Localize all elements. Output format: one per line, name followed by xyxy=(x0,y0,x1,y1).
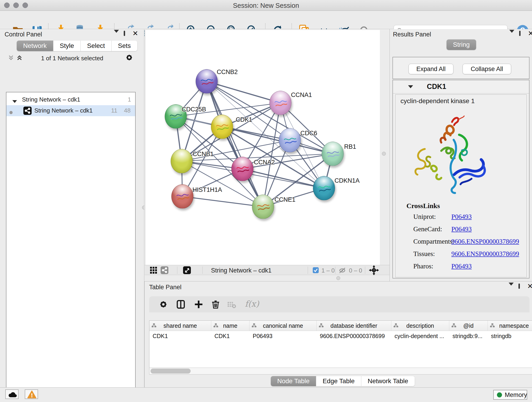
collection-expand-icon[interactable] xyxy=(12,97,17,104)
network-node-CCNE1[interactable] xyxy=(252,195,274,219)
pan-crosshair-icon[interactable] xyxy=(369,265,379,276)
warnings-button[interactable] xyxy=(25,389,38,399)
crosslink-row: Uniprot:P06493 xyxy=(395,213,526,222)
network-options-gear-icon[interactable] xyxy=(125,53,133,61)
bottom-splitter-handle[interactable] xyxy=(336,276,340,280)
collapse-all-button[interactable]: Collapse All xyxy=(462,64,511,74)
network-node-CCNA1[interactable] xyxy=(269,91,291,115)
crosslinks-heading: CrossLinks xyxy=(406,202,440,210)
panel-float-icon[interactable] xyxy=(124,32,132,39)
create-column-icon[interactable] xyxy=(194,300,203,309)
panel-close-icon[interactable]: ✕ xyxy=(133,31,140,38)
panel-close-icon[interactable]: ✕ xyxy=(527,283,532,291)
network-canvas[interactable]: CCNB2CCNA1CDC25BCDK1CDC6RB1CCNB1CCNA2CDK… xyxy=(146,30,380,265)
tab-select[interactable]: Select xyxy=(80,41,111,51)
right-splitter-handle[interactable] xyxy=(382,152,386,156)
node-label-CDK1: CDK1 xyxy=(236,116,252,123)
control-panel: Control Panel ✕ Network Style Select Set… xyxy=(0,29,144,387)
table-tabs: Node Table Edge Table Network Table xyxy=(271,376,415,386)
expand-all-button[interactable]: Expand All xyxy=(409,64,453,74)
table-toolbar: f(x) xyxy=(149,296,530,313)
crosslink-value-link[interactable]: P06493 xyxy=(451,213,472,220)
function-builder-icon: f(x) xyxy=(245,299,259,308)
column-header-description[interactable]: description xyxy=(391,321,449,331)
cloud-sync-button[interactable] xyxy=(5,389,19,399)
network-node-CCNB1[interactable] xyxy=(171,149,193,173)
table-cell[interactable]: 9606.ENSP00000378699 xyxy=(317,331,391,341)
network-edge[interactable] xyxy=(242,169,324,188)
tab-sets[interactable]: Sets xyxy=(111,41,137,51)
column-header-label: canonical name xyxy=(263,322,303,329)
column-header-name[interactable]: name xyxy=(211,321,249,331)
selected-checkbox-icon[interactable] xyxy=(313,267,319,274)
tab-string[interactable]: String xyxy=(447,39,476,50)
cloud-icon xyxy=(8,390,17,398)
network-node-CCNB2[interactable] xyxy=(196,69,218,94)
table-horizontal-scrollbar[interactable] xyxy=(149,368,532,375)
crosslink-value-link[interactable]: 9606.ENSP00000378699 xyxy=(451,238,519,245)
node-table-header[interactable]: shared namenamecanonical namedatabase id… xyxy=(149,321,532,331)
node-label-CDC25B: CDC25B xyxy=(182,106,206,113)
panel-menu-icon[interactable] xyxy=(509,286,516,293)
table-cell[interactable]: P06493 xyxy=(249,331,317,341)
collection-count: 1 xyxy=(128,96,131,103)
structure-thumbnail-icon xyxy=(196,70,218,94)
grid-view-icon[interactable] xyxy=(150,266,157,275)
tab-edge-table[interactable]: Edge Table xyxy=(316,376,361,386)
network-collection-row[interactable]: String Network – cdk1 1 xyxy=(6,94,135,105)
table-options-gear-icon[interactable] xyxy=(159,300,168,309)
network-node-CCNA2[interactable] xyxy=(231,157,253,181)
network-node-CDK1[interactable] xyxy=(211,115,233,139)
cytoscape-window: { "window": { "title": "Session: New Ses… xyxy=(0,0,532,402)
crosslink-label: Uniprot: xyxy=(413,213,436,220)
crosslink-value-link[interactable]: P06493 xyxy=(451,262,472,270)
table-cell[interactable]: cyclin-dependent ... xyxy=(391,331,449,341)
network-edge[interactable] xyxy=(182,196,263,207)
node-label-CCNB2: CCNB2 xyxy=(217,69,238,76)
tab-network-table[interactable]: Network Table xyxy=(361,376,415,386)
results-panel: Results Panel ✕ String Expand All Collap… xyxy=(389,29,532,281)
gene-section-header[interactable]: CDK1 xyxy=(393,80,529,94)
column-header-label: name xyxy=(223,322,238,329)
crosslink-value-link[interactable]: 9606.ENSP00000378699 xyxy=(451,250,519,258)
selected-node-edge-counts: 1 – 0 xyxy=(322,267,335,274)
table-cell[interactable]: CDK1 xyxy=(149,331,211,341)
panel-float-icon[interactable] xyxy=(519,32,527,39)
table-cell[interactable]: CDK1 xyxy=(211,331,249,341)
network-node-RB1[interactable] xyxy=(322,142,344,166)
network-node-HIST1H1A[interactable] xyxy=(171,184,193,209)
network-node-CDC6[interactable] xyxy=(279,128,301,153)
hidden-eye-icon[interactable] xyxy=(338,267,346,275)
memory-button[interactable]: Memory xyxy=(493,390,527,400)
table-cell[interactable]: stringdb:9... xyxy=(449,331,488,341)
structure-thumbnail-icon xyxy=(270,91,292,115)
gene-collapse-icon[interactable] xyxy=(408,85,413,89)
structure-thumbnail-icon xyxy=(279,128,301,153)
delete-column-icon[interactable] xyxy=(211,300,220,309)
network-node-CDKN1A[interactable] xyxy=(313,176,335,200)
structure-thumbnail-icon xyxy=(313,176,335,201)
network-node-count: 11 xyxy=(111,107,117,114)
column-header-databaseidentifier[interactable]: database identifier xyxy=(317,321,391,331)
network-thumbnail-icon[interactable] xyxy=(161,266,168,275)
column-header-namespace[interactable]: namespace xyxy=(488,321,532,331)
column-header-id[interactable]: @id xyxy=(449,321,488,331)
network-view: CCNB2CCNA1CDC25BCDK1CDC6RB1CCNB1CCNA2CDK… xyxy=(145,29,389,281)
tab-node-table[interactable]: Node Table xyxy=(271,376,316,386)
node-table-row[interactable]: CDK1CDK1P064939606.ENSP00000378699cyclin… xyxy=(149,331,532,341)
panel-menu-icon[interactable] xyxy=(509,33,517,41)
network-row-selected[interactable]: String Network – cdk1 11 48 xyxy=(6,105,135,116)
column-header-canonicalname[interactable]: canonical name xyxy=(249,321,317,331)
panel-close-icon[interactable]: ✕ xyxy=(528,31,532,38)
results-panel-tabs: String xyxy=(447,39,476,50)
show-columns-icon[interactable] xyxy=(176,300,185,309)
tab-style[interactable]: Style xyxy=(53,41,80,51)
scrollbar-thumb[interactable] xyxy=(151,369,191,374)
panel-float-icon[interactable] xyxy=(519,284,526,292)
birds-eye-view-icon[interactable] xyxy=(183,266,191,275)
panel-menu-icon[interactable] xyxy=(114,33,122,41)
tab-network[interactable]: Network xyxy=(17,41,53,51)
crosslink-value-link[interactable]: P06493 xyxy=(451,225,472,233)
table-cell[interactable]: stringdb xyxy=(488,331,532,341)
column-header-sharedname[interactable]: shared name xyxy=(149,321,211,331)
